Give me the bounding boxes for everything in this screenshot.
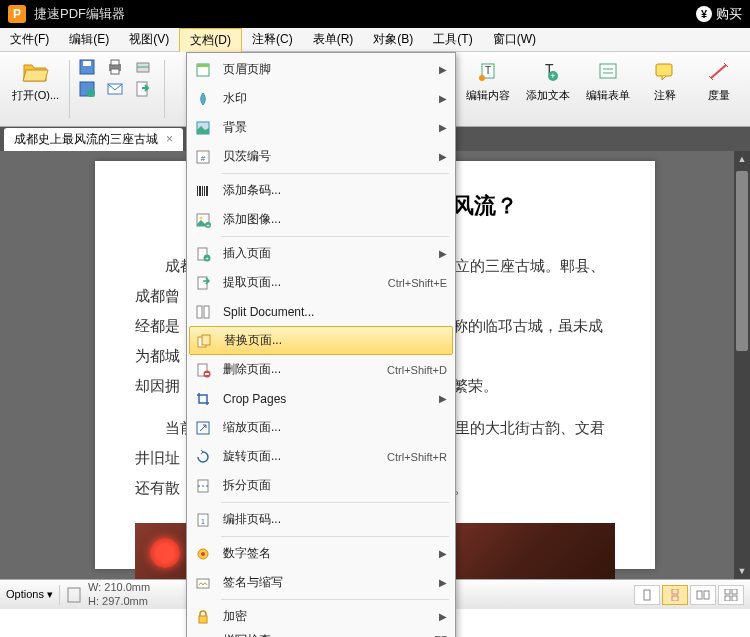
- menu-item-image[interactable]: +添加图像...: [189, 205, 453, 234]
- menu-item-rotate[interactable]: 旋转页面...Ctrl+Shift+R: [189, 442, 453, 471]
- menu-tools[interactable]: 工具(T): [423, 28, 482, 51]
- menu-item-watermark[interactable]: 水印▶: [189, 84, 453, 113]
- menu-item-spell[interactable]: ABC拼写检查F7: [189, 631, 453, 637]
- edit-form-label: 编辑表单: [586, 88, 630, 103]
- vertical-scrollbar[interactable]: ▲ ▼: [734, 151, 750, 579]
- menu-item-split-page[interactable]: 拆分页面: [189, 471, 453, 500]
- print-button[interactable]: [102, 56, 128, 78]
- options-dropdown[interactable]: Options ▾: [6, 588, 53, 601]
- open-label: 打开(O)...: [12, 88, 59, 103]
- svg-rect-1: [83, 61, 91, 66]
- annotate-button[interactable]: 注释: [640, 56, 690, 122]
- header-footer-icon: [193, 60, 213, 80]
- encrypt-icon: [193, 607, 213, 627]
- scrollbar-thumb[interactable]: [736, 171, 748, 351]
- menu-view[interactable]: 视图(V): [119, 28, 179, 51]
- menu-item-label: 数字签名: [223, 545, 439, 562]
- scan-button[interactable]: [130, 56, 156, 78]
- menu-document[interactable]: 文档(D): [179, 28, 242, 52]
- menu-item-split[interactable]: Split Document...: [189, 297, 453, 326]
- svg-rect-66: [197, 579, 209, 588]
- menu-item-label: Split Document...: [223, 305, 447, 319]
- menu-item-initials[interactable]: 签名与缩写▶: [189, 568, 453, 597]
- svg-rect-40: [199, 186, 201, 196]
- svg-rect-42: [204, 186, 205, 196]
- svg-rect-24: [68, 588, 80, 602]
- measure-button[interactable]: 度量: [694, 56, 744, 122]
- menu-window[interactable]: 窗口(W): [483, 28, 546, 51]
- menu-item-barcode[interactable]: 添加条码...: [189, 176, 453, 205]
- svg-rect-53: [204, 306, 209, 318]
- menu-divider: [221, 173, 449, 174]
- view-continuous-button[interactable]: [662, 585, 688, 605]
- menu-item-sign[interactable]: 数字签名▶: [189, 539, 453, 568]
- menu-item-bates[interactable]: #贝茨编号▶: [189, 142, 453, 171]
- svg-text:#: #: [201, 154, 206, 163]
- measure-icon: [705, 58, 733, 86]
- edit-content-button[interactable]: T 编辑内容: [460, 56, 516, 122]
- svg-rect-26: [672, 589, 678, 594]
- svg-text:T: T: [485, 65, 491, 76]
- edit-form-button[interactable]: 编辑表单: [580, 56, 636, 122]
- tab-title: 成都史上最风流的三座古城: [14, 131, 158, 148]
- svg-rect-58: [205, 373, 209, 375]
- initials-icon: [193, 573, 213, 593]
- extract-page-icon: [193, 273, 213, 293]
- menu-divider: [221, 536, 449, 537]
- svg-rect-35: [197, 64, 209, 67]
- svg-rect-20: [656, 64, 672, 76]
- svg-rect-43: [206, 186, 208, 196]
- menu-form[interactable]: 表单(R): [303, 28, 364, 51]
- submenu-arrow-icon: ▶: [439, 577, 447, 588]
- save-button[interactable]: [74, 56, 100, 78]
- menu-item-header-footer[interactable]: 页眉页脚▶: [189, 55, 453, 84]
- resize-icon: [193, 418, 213, 438]
- buy-button[interactable]: ¥ 购买: [696, 5, 742, 23]
- scroll-up-arrow[interactable]: ▲: [734, 151, 750, 167]
- submenu-arrow-icon: ▶: [439, 548, 447, 559]
- menu-file[interactable]: 文件(F): [0, 28, 59, 51]
- svg-point-45: [200, 216, 203, 219]
- svg-rect-32: [725, 596, 730, 601]
- svg-text:+: +: [205, 255, 209, 261]
- open-button[interactable]: 打开(O)...: [6, 56, 65, 122]
- svg-rect-52: [197, 306, 202, 318]
- menu-item-label: 提取页面...: [223, 274, 378, 291]
- add-text-button[interactable]: T+ 添加文本: [520, 56, 576, 122]
- view-two-page-button[interactable]: [690, 585, 716, 605]
- export-button[interactable]: [130, 78, 156, 100]
- menu-item-replace-page[interactable]: 替换页面...: [189, 326, 453, 355]
- menu-item-background[interactable]: 背景▶: [189, 113, 453, 142]
- menu-item-crop[interactable]: Crop Pages▶: [189, 384, 453, 413]
- menu-item-label: 拆分页面: [223, 477, 447, 494]
- svg-point-8: [87, 89, 95, 97]
- menu-item-extract-page[interactable]: 提取页面...Ctrl+Shift+E: [189, 268, 453, 297]
- insert-page-icon: +: [193, 244, 213, 264]
- tab-close-button[interactable]: ×: [166, 132, 173, 146]
- menu-edit[interactable]: 编辑(E): [59, 28, 119, 51]
- delete-page-icon: [193, 360, 213, 380]
- view-two-continuous-button[interactable]: [718, 585, 744, 605]
- menu-item-label: 添加条码...: [223, 182, 447, 199]
- document-tab[interactable]: 成都史上最风流的三座古城 ×: [4, 128, 183, 151]
- menu-comment[interactable]: 注释(C): [242, 28, 303, 51]
- scroll-down-arrow[interactable]: ▼: [734, 563, 750, 579]
- save-as-button[interactable]: [74, 78, 100, 100]
- edit-form-icon: [594, 58, 622, 86]
- svg-rect-67: [199, 616, 207, 623]
- app-logo-icon: P: [8, 5, 26, 23]
- menu-item-number-pages[interactable]: 1编排页码...: [189, 505, 453, 534]
- bates-icon: #: [193, 147, 213, 167]
- menu-item-label: 加密: [223, 608, 439, 625]
- number-pages-icon: 1: [193, 510, 213, 530]
- menu-item-label: 签名与缩写: [223, 574, 439, 591]
- menu-item-encrypt[interactable]: 加密▶: [189, 602, 453, 631]
- menu-item-label: 背景: [223, 119, 439, 136]
- menu-item-label: 编排页码...: [223, 511, 447, 528]
- menu-item-resize[interactable]: 缩放页面...: [189, 413, 453, 442]
- email-button[interactable]: [102, 78, 128, 100]
- menu-item-delete-page[interactable]: 删除页面...Ctrl+Shift+D: [189, 355, 453, 384]
- view-single-button[interactable]: [634, 585, 660, 605]
- menu-item-insert-page[interactable]: +插入页面▶: [189, 239, 453, 268]
- menu-object[interactable]: 对象(B): [363, 28, 423, 51]
